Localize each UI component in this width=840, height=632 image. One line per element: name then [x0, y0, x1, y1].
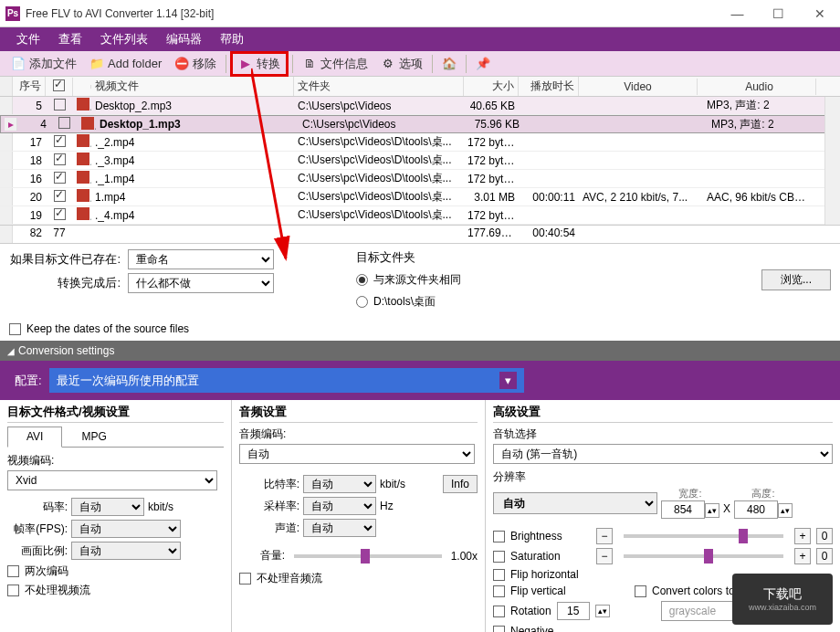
track-select[interactable]: 自动 (第一音轨): [493, 444, 833, 464]
options-button[interactable]: ⚙ 选项: [375, 54, 428, 74]
brightness-minus[interactable]: −: [596, 528, 613, 544]
row-marker: ▸: [5, 118, 17, 131]
tab-avi[interactable]: AVI: [7, 427, 62, 448]
saturation-minus[interactable]: −: [596, 548, 613, 564]
close-button[interactable]: ✕: [799, 0, 840, 27]
cell-folder: C:\Users\pc\Videos\D\tools\桌...: [294, 170, 464, 187]
minimize-button[interactable]: —: [717, 0, 758, 27]
col-size[interactable]: 大小: [464, 77, 519, 96]
fliph-checkbox[interactable]: [493, 569, 505, 581]
convert-colors-label: Convert colors to:: [652, 585, 738, 597]
cell-check[interactable]: [46, 171, 73, 187]
conversion-settings-header[interactable]: Conversion settings: [0, 341, 840, 361]
cell-dur: [519, 142, 579, 143]
col-audio[interactable]: Audio: [698, 79, 816, 95]
config-select[interactable]: 最近一次编码所使用的配置: [49, 368, 524, 393]
col-folder[interactable]: 文件夹: [294, 77, 464, 96]
brightness-plus[interactable]: +: [794, 528, 811, 544]
video-enc-select[interactable]: Xvid: [7, 470, 217, 490]
table-row[interactable]: 16._1.mp4C:\Users\pc\Videos\D\tools\桌...…: [0, 170, 840, 188]
rotation-spinner[interactable]: ▴▾: [595, 605, 610, 617]
scrollbar[interactable]: [824, 97, 840, 225]
table-row[interactable]: ▸4Desktop_1.mp3C:\Users\pc\Videos75.96 K…: [0, 115, 840, 133]
rotation-input[interactable]: [557, 602, 590, 620]
saturation-slider[interactable]: [624, 554, 783, 558]
cell-check[interactable]: [46, 207, 73, 224]
skip-video-checkbox[interactable]: [7, 585, 19, 596]
browse-button[interactable]: 浏览...: [761, 269, 831, 290]
file-info-button[interactable]: 🗎 文件信息: [297, 54, 373, 74]
keep-dates-checkbox[interactable]: [9, 323, 21, 335]
table-row[interactable]: 18._3.mp4C:\Users\pc\Videos\D\tools\桌...…: [0, 152, 840, 170]
add-folder-button[interactable]: 📁 Add folder: [84, 55, 167, 73]
saturation-checkbox[interactable]: [493, 551, 505, 563]
negative-checkbox[interactable]: [493, 626, 505, 633]
flipv-checkbox[interactable]: [493, 585, 505, 597]
dest-path-radio[interactable]: [356, 296, 368, 308]
table-row[interactable]: 201.mp4C:\Users\pc\Videos\D\tools\桌...3.…: [0, 188, 840, 206]
volume-slider[interactable]: [294, 554, 442, 558]
footer-seq: 82: [13, 226, 46, 243]
skip-audio-checkbox[interactable]: [239, 573, 251, 585]
menu-encoder[interactable]: 编码器: [157, 27, 211, 51]
col-video[interactable]: Video: [579, 79, 698, 95]
abitrate-select[interactable]: 自动: [303, 475, 376, 493]
menu-help[interactable]: 帮助: [211, 27, 253, 51]
table-row[interactable]: 19._4.mp4C:\Users\pc\Videos\D\tools\桌...…: [0, 206, 840, 225]
saturation-plus[interactable]: +: [794, 548, 811, 564]
cell-check[interactable]: [46, 153, 73, 169]
tab-mpg[interactable]: MPG: [62, 427, 125, 447]
height-input[interactable]: [734, 500, 778, 519]
cell-seq: 18: [13, 153, 46, 168]
volume-label: 音量:: [239, 548, 285, 564]
channels-select[interactable]: 自动: [303, 519, 376, 537]
remove-button[interactable]: ⛔ 移除: [169, 54, 222, 74]
aspect-select[interactable]: 自动: [71, 542, 181, 560]
cell-check[interactable]: [46, 189, 73, 205]
home-button[interactable]: 🏠: [436, 55, 462, 73]
dest-same-radio[interactable]: [356, 274, 368, 286]
table-footer: 82 77 177.69 MB 00:40:54: [0, 225, 840, 243]
brightness-reset[interactable]: 0: [816, 528, 833, 544]
height-spinner[interactable]: ▴▾: [778, 503, 793, 518]
menu-view[interactable]: 查看: [49, 27, 91, 51]
table-body[interactable]: 5Desktop_2.mp3C:\Users\pc\Videos40.65 KB…: [0, 97, 840, 225]
table-row[interactable]: 17._2.mp4C:\Users\pc\Videos\D\tools\桌...…: [0, 133, 840, 152]
menubar: 文件 查看 文件列表 编码器 帮助: [0, 27, 840, 51]
res-select[interactable]: 自动: [493, 492, 657, 514]
bitrate-select[interactable]: 自动: [71, 498, 144, 516]
pin-button[interactable]: 📌: [470, 55, 496, 73]
rotation-checkbox[interactable]: [493, 606, 505, 617]
check-all[interactable]: [53, 79, 65, 91]
cell-check[interactable]: [46, 134, 73, 151]
if-exists-select[interactable]: 重命名: [128, 249, 274, 269]
convert-button[interactable]: ▶ 转换: [230, 51, 289, 77]
cell-check[interactable]: [46, 98, 73, 114]
brightness-checkbox[interactable]: [493, 531, 505, 542]
menu-file[interactable]: 文件: [7, 27, 49, 51]
info-button[interactable]: Info: [443, 475, 478, 493]
width-spinner[interactable]: ▴▾: [705, 503, 719, 518]
brightness-slider[interactable]: [624, 534, 783, 538]
col-seq[interactable]: 序号: [13, 77, 46, 96]
saturation-reset[interactable]: 0: [816, 548, 833, 564]
sample-select[interactable]: 自动: [303, 497, 376, 515]
cell-check[interactable]: [50, 116, 78, 132]
table-row[interactable]: 5Desktop_2.mp3C:\Users\pc\Videos40.65 KB…: [0, 97, 840, 115]
menu-filelist[interactable]: 文件列表: [91, 27, 157, 51]
cell-icon: [73, 206, 91, 224]
after-select[interactable]: 什么都不做: [128, 273, 274, 293]
col-duration[interactable]: 播放时长: [519, 77, 579, 96]
add-file-button[interactable]: 📄 添加文件: [5, 54, 82, 74]
convert-colors-checkbox[interactable]: [635, 585, 646, 597]
audio-enc-select[interactable]: 自动: [239, 444, 475, 464]
col-file[interactable]: 视频文件: [91, 77, 294, 96]
maximize-button[interactable]: ☐: [758, 0, 799, 27]
fps-select[interactable]: 自动: [71, 520, 181, 538]
skip-video-label: 不处理视频流: [25, 583, 90, 598]
col-check[interactable]: [46, 78, 73, 96]
row-marker: [0, 206, 13, 224]
width-input[interactable]: [661, 500, 705, 519]
twopass-checkbox[interactable]: [7, 565, 19, 577]
cell-name: Desktop_1.mp3: [96, 117, 299, 132]
